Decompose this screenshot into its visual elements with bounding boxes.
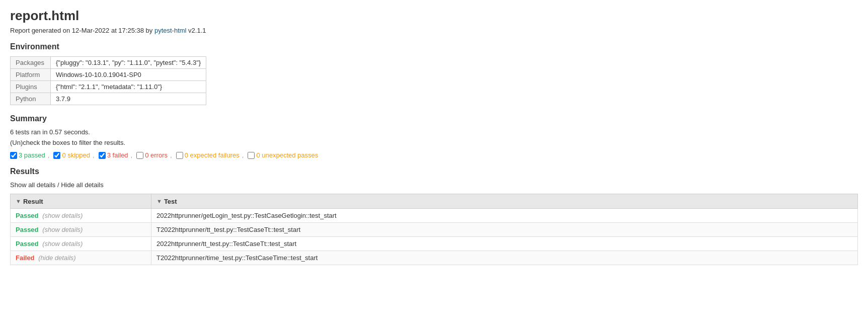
filter-item-expected_failures: 0 expected failures, (176, 151, 245, 159)
table-row: Passed (show details) 2022httprunner/get… (11, 208, 858, 222)
filter-checkbox-failed[interactable] (99, 152, 106, 159)
environment-table: Packages {"pluggy": "0.13.1", "py": "1.1… (10, 56, 206, 105)
env-row: Platform Windows-10-10.0.19041-SP0 (11, 69, 206, 81)
pytest-html-link[interactable]: pytest-html (154, 27, 187, 34)
filter-label-skipped: 0 skipped (62, 151, 90, 159)
col-header-result-label: Result (23, 198, 43, 205)
filter-comma: , (131, 151, 133, 159)
filter-comma: , (48, 151, 50, 159)
show-all-details-link[interactable]: Show all details (10, 181, 55, 189)
result-detail-link[interactable]: (show details) (42, 212, 83, 219)
result-detail-link[interactable]: (show details) (42, 240, 83, 248)
filter-comma: , (170, 151, 172, 159)
test-cell: T2022httprunner/time_test.py::TestCaseTi… (151, 251, 858, 265)
result-detail-link[interactable]: (hide details) (38, 254, 75, 262)
result-cell: Passed (show details) (11, 236, 151, 251)
page-title: report.html (10, 8, 858, 24)
report-meta-version: v2.1.1 (187, 27, 206, 34)
env-row: Python 3.7.9 (11, 93, 206, 105)
table-row: Passed (show details) T2022httprunner/tt… (11, 222, 858, 236)
table-row: Passed (show details) 2022httprunner/tt_… (11, 236, 858, 251)
filter-comma: , (93, 151, 95, 159)
env-key: Python (11, 93, 51, 105)
filter-item-failed: 3 failed, (99, 151, 134, 159)
hide-all-details-link[interactable]: Hide all details (61, 181, 104, 189)
result-status: Passed (16, 226, 39, 233)
table-row: Failed (hide details) T2022httprunner/ti… (11, 251, 858, 265)
filter-checkbox-errors[interactable] (136, 152, 143, 159)
filter-label-expected_failures: 0 expected failures (185, 151, 240, 159)
col-header-test-label: Test (164, 198, 177, 205)
test-cell: 2022httprunner/tt_test.py::TestCaseTt::t… (151, 236, 858, 251)
report-meta: Report generated on 12-Mar-2022 at 17:25… (10, 27, 858, 34)
env-row: Plugins {"html": "2.1.1", "metadata": "1… (11, 81, 206, 93)
env-key: Platform (11, 69, 51, 81)
filter-checkbox-passed[interactable] (10, 152, 17, 159)
results-links: Show all details / Hide all details (10, 181, 858, 189)
results-section: Results Show all details / Hide all deta… (10, 167, 858, 265)
env-value: 3.7.9 (51, 93, 206, 105)
env-value: {"pluggy": "0.13.1", "py": "1.11.0", "py… (51, 57, 206, 69)
results-heading: Results (10, 167, 858, 176)
filter-checkbox-expected_failures[interactable] (176, 152, 183, 159)
filter-hint: (Un)check the boxes to filter the result… (10, 139, 858, 146)
col-header-test[interactable]: ▼ Test (151, 194, 858, 209)
test-cell: 2022httprunner/getLogin_test.py::TestCas… (151, 208, 858, 222)
summary-heading: Summary (10, 114, 858, 123)
sort-arrow-test: ▼ (156, 198, 162, 204)
filter-item-unexpected_passes: 0 unexpected passes (248, 151, 318, 159)
result-detail-link[interactable]: (show details) (42, 226, 83, 233)
filter-label-passed: 3 passed (19, 151, 45, 159)
result-status: Passed (16, 240, 39, 248)
summary-section: Summary 6 tests ran in 0.57 seconds. (Un… (10, 114, 858, 159)
filter-item-errors: 0 errors, (136, 151, 173, 159)
result-cell: Passed (show details) (11, 208, 151, 222)
filter-comma: , (242, 151, 244, 159)
environment-heading: Environment (10, 42, 858, 51)
col-header-result[interactable]: ▼ Result (11, 194, 151, 209)
filter-label-unexpected_passes: 0 unexpected passes (256, 151, 318, 159)
env-value: Windows-10-10.0.19041-SP0 (51, 69, 206, 81)
filter-label-errors: 0 errors (145, 151, 168, 159)
summary-run-text: 6 tests ran in 0.57 seconds. (10, 128, 858, 136)
env-row: Packages {"pluggy": "0.13.1", "py": "1.1… (11, 57, 206, 69)
sort-arrow-result: ▼ (16, 198, 21, 204)
filter-checkbox-skipped[interactable] (53, 152, 60, 159)
result-status: Failed (16, 254, 35, 262)
env-key: Plugins (11, 81, 51, 93)
env-value: {"html": "2.1.1", "metadata": "1.11.0"} (51, 81, 206, 93)
filter-row: 3 passed,0 skipped,3 failed,0 errors,0 e… (10, 151, 858, 159)
filter-item-passed: 3 passed, (10, 151, 50, 159)
report-meta-prefix: Report generated on 12-Mar-2022 at 17:25… (10, 27, 154, 34)
result-status: Passed (16, 212, 39, 219)
env-key: Packages (11, 57, 51, 69)
filter-item-skipped: 0 skipped, (53, 151, 95, 159)
result-cell: Passed (show details) (11, 222, 151, 236)
result-cell: Failed (hide details) (11, 251, 151, 265)
filter-checkbox-unexpected_passes[interactable] (248, 152, 255, 159)
test-cell: T2022httprunner/tt_test.py::TestCaseTt::… (151, 222, 858, 236)
filter-label-failed: 3 failed (107, 151, 128, 159)
results-table: ▼ Result ▼ Test Passed (show details) 20… (10, 194, 858, 265)
